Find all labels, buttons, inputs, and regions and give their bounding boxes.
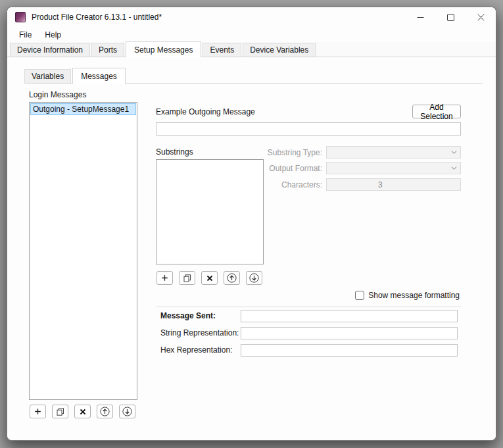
message-sent-input[interactable] (241, 310, 458, 322)
minimize-button[interactable] (405, 7, 435, 27)
move-down-icon (249, 273, 259, 283)
maximize-icon (447, 14, 454, 21)
tab-events[interactable]: Events (203, 43, 241, 57)
login-messages-list[interactable]: Outgoing - SetupMessage1 (29, 102, 137, 400)
move-down-icon (122, 407, 132, 416)
hex-representation-input[interactable] (241, 344, 458, 357)
message-sent-label: Message Sent: (160, 311, 216, 320)
titlebar: Product File Creator 6.13.1 - untitled* (7, 7, 496, 27)
window-controls (405, 7, 496, 27)
show-message-formatting-checkbox[interactable] (355, 291, 364, 300)
add-icon (161, 274, 168, 282)
app-window: Product File Creator 6.13.1 - untitled* … (7, 7, 496, 441)
copy-icon (183, 274, 191, 282)
desktop: { "window": { "title": "Product File Cre… (0, 0, 503, 448)
add-icon (34, 408, 41, 415)
substring-type-dropdown (326, 146, 461, 159)
substrings-list[interactable] (156, 159, 264, 264)
characters-label: Characters: (260, 180, 322, 189)
login-messages-toolbar (30, 405, 135, 418)
add-message-button[interactable] (30, 405, 46, 418)
sub-tab-strip: Variables Messages (24, 69, 483, 84)
add-selection-button[interactable]: Add Selection (412, 105, 461, 118)
close-icon (477, 14, 485, 21)
login-messages-label: Login Messages (29, 90, 86, 99)
string-representation-label: String Representation: (160, 328, 239, 337)
move-substring-down-button[interactable] (246, 271, 262, 285)
show-message-formatting-row: Show message formatting (355, 291, 460, 300)
substrings-toolbar (156, 271, 262, 285)
menu-item-help[interactable]: Help (38, 28, 68, 41)
add-substring-button[interactable] (156, 271, 173, 285)
menubar: File Help (7, 27, 496, 42)
delete-icon (206, 275, 213, 282)
move-up-icon (100, 407, 110, 416)
minimize-icon (417, 14, 424, 21)
characters-value: 3 (327, 180, 383, 189)
copy-message-button[interactable] (52, 405, 68, 418)
main-tab-strip: Device Information Ports Setup Messages … (7, 42, 496, 57)
copy-icon (57, 408, 64, 416)
tab-ports[interactable]: Ports (91, 43, 124, 57)
output-format-dropdown (326, 162, 461, 174)
window-title: Product File Creator 6.13.1 - untitled* (32, 12, 162, 22)
substring-type-label: Substring Type: (260, 148, 322, 157)
tab-variables[interactable]: Variables (24, 69, 71, 83)
output-format-label: Output Format: (260, 164, 322, 173)
move-substring-up-button[interactable] (224, 271, 240, 285)
menu-item-file[interactable]: File (12, 28, 38, 41)
characters-field: 3 (326, 178, 461, 191)
copy-substring-button[interactable] (179, 271, 195, 285)
delete-substring-button[interactable] (201, 271, 218, 285)
section-divider (156, 307, 461, 307)
hex-representation-label: Hex Representation: (160, 345, 232, 355)
close-button[interactable] (466, 7, 496, 27)
substrings-label: Substrings (156, 147, 193, 157)
list-item-outgoing-setupmessage1[interactable]: Outgoing - SetupMessage1 (30, 103, 136, 115)
chevron-down-icon (451, 166, 457, 170)
delete-icon (80, 409, 86, 415)
move-message-up-button[interactable] (97, 405, 113, 418)
show-message-formatting-label: Show message formatting (368, 291, 460, 300)
chevron-down-icon (451, 151, 457, 154)
tab-device-variables[interactable]: Device Variables (243, 43, 316, 57)
tab-messages[interactable]: Messages (72, 68, 126, 84)
example-outgoing-message-label: Example Outgoing Message (156, 107, 255, 116)
move-up-icon (227, 273, 237, 283)
tab-device-information[interactable]: Device Information (10, 43, 90, 57)
move-message-down-button[interactable] (119, 405, 135, 418)
tab-setup-messages[interactable]: Setup Messages (126, 41, 201, 57)
delete-message-button[interactable] (74, 405, 91, 418)
maximize-button[interactable] (435, 7, 466, 27)
example-outgoing-message-input[interactable] (156, 122, 461, 136)
string-representation-input[interactable] (241, 327, 458, 339)
app-icon (15, 12, 26, 22)
